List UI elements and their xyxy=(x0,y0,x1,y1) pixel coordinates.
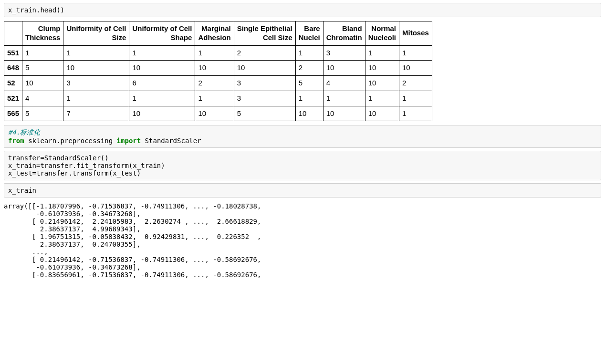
keyword-from: from xyxy=(8,137,24,145)
col-header-7: NormalNucleoli xyxy=(365,21,399,46)
table-cell: 5 xyxy=(22,106,63,121)
table-cell: 4 xyxy=(22,91,63,106)
table-cell: 3 xyxy=(234,76,295,91)
table-cell: 10 xyxy=(195,61,234,76)
module-name: sklearn.preprocessing xyxy=(24,137,117,145)
row-index: 521 xyxy=(4,91,22,106)
table-cell: 3 xyxy=(63,76,129,91)
table-cell: 10 xyxy=(129,106,195,121)
table-cell: 1 xyxy=(63,91,129,106)
table-cell: 3 xyxy=(234,91,295,106)
col-header-8: Mitoses xyxy=(399,21,432,46)
table-cell: 10 xyxy=(63,61,129,76)
col-header-5: BareNuclei xyxy=(295,21,323,46)
table-cell: 10 xyxy=(22,76,63,91)
table-cell: 1 xyxy=(399,91,432,106)
code-line: x_train=transfer.fit_transform(x_train) xyxy=(8,162,165,169)
table-cell: 2 xyxy=(234,45,295,61)
col-header-0: ClumpThickness xyxy=(22,21,63,46)
table-cell: 1 xyxy=(195,91,234,106)
comment: #4.标准化 xyxy=(8,128,40,136)
table-cell: 1 xyxy=(365,91,399,106)
col-header-6: BlandChromatin xyxy=(323,21,365,46)
table-cell: 10 xyxy=(399,61,432,76)
table-cell: 2 xyxy=(195,76,234,91)
table-cell: 1 xyxy=(323,91,365,106)
table-cell: 10 xyxy=(295,106,323,121)
corner-header xyxy=(4,21,22,46)
row-index: 648 xyxy=(4,61,22,76)
table-cell: 5 xyxy=(22,61,63,76)
code-line: x_test=transfer.transform(x_test) xyxy=(8,169,141,177)
table-cell: 10 xyxy=(234,61,295,76)
table-cell: 10 xyxy=(365,76,399,91)
table-cell: 3 xyxy=(323,45,365,61)
table-row: 521411131111 xyxy=(4,91,432,106)
table-cell: 10 xyxy=(365,106,399,121)
table-cell: 1 xyxy=(22,45,63,61)
imported-name: StandardScaler xyxy=(141,137,201,145)
table-cell: 1 xyxy=(295,91,323,106)
row-index: 551 xyxy=(4,45,22,61)
table-cell: 1 xyxy=(129,45,195,61)
table-cell: 1 xyxy=(399,45,432,61)
row-index: 52 xyxy=(4,76,22,91)
table-cell: 1 xyxy=(365,45,399,61)
table-cell: 10 xyxy=(129,61,195,76)
col-header-3: MarginalAdhesion xyxy=(195,21,234,46)
table-cell: 1 xyxy=(295,45,323,61)
table-cell: 2 xyxy=(295,61,323,76)
code-cell-1[interactable]: x_train.head() xyxy=(4,3,601,17)
array-output: array([[-1.18707996, -0.71536837, -0.749… xyxy=(4,200,601,279)
table-cell: 10 xyxy=(323,61,365,76)
col-header-2: Uniformity of CellShape xyxy=(129,21,195,46)
table-row: 5210362354102 xyxy=(4,76,432,91)
table-cell: 1 xyxy=(399,106,432,121)
row-index: 565 xyxy=(4,106,22,121)
code-cell-3[interactable]: transfer=StandardScaler() x_train=transf… xyxy=(4,151,601,180)
table-row: 56557101051010101 xyxy=(4,106,432,121)
table-cell: 4 xyxy=(323,76,365,91)
table-cell: 7 xyxy=(63,106,129,121)
table-row: 6485101010102101010 xyxy=(4,61,432,76)
table-row: 551111121311 xyxy=(4,45,432,61)
col-header-1: Uniformity of CellSize xyxy=(63,21,129,46)
table-cell: 5 xyxy=(295,76,323,91)
dataframe-output: ClumpThickness Uniformity of CellSize Un… xyxy=(4,21,432,121)
table-cell: 2 xyxy=(399,76,432,91)
table-cell: 1 xyxy=(63,45,129,61)
table-cell: 6 xyxy=(129,76,195,91)
table-cell: 10 xyxy=(365,61,399,76)
table-cell: 10 xyxy=(195,106,234,121)
table-cell: 1 xyxy=(129,91,195,106)
code-cell-2[interactable]: #4.标准化 from sklearn.preprocessing import… xyxy=(4,125,601,148)
table-cell: 1 xyxy=(195,45,234,61)
code-cell-4[interactable]: x_train xyxy=(4,183,601,198)
table-cell: 10 xyxy=(323,106,365,121)
code-line: transfer=StandardScaler() xyxy=(8,154,109,162)
table-cell: 5 xyxy=(234,106,295,121)
col-header-4: Single EpithelialCell Size xyxy=(234,21,295,46)
keyword-import: import xyxy=(117,137,141,145)
